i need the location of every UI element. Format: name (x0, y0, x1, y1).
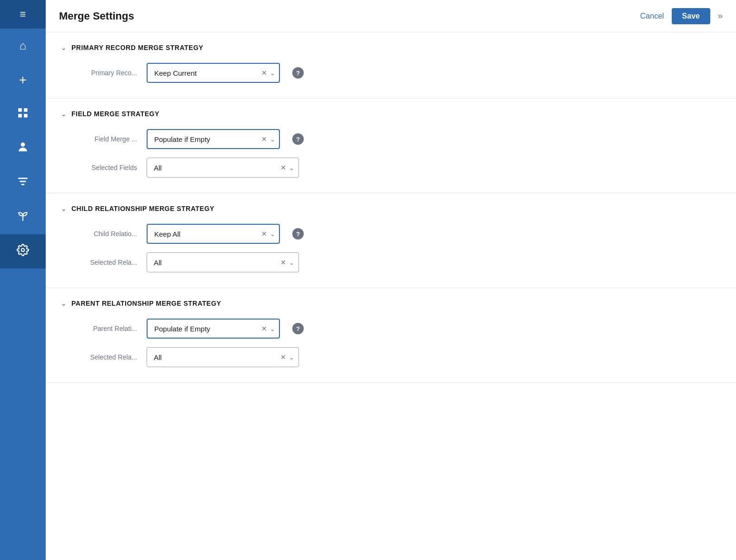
selected-rela-parent-row: Selected Rela... All ✕ ⌄ (61, 347, 721, 367)
svg-rect-2 (18, 114, 22, 118)
field-merge-section-header[interactable]: ⌄ FIELD MERGE STRATEGY (61, 110, 721, 118)
primary-record-section: ⌄ PRIMARY RECORD MERGE STRATEGY Primary … (46, 32, 736, 99)
chevron-down-icon: ⌄ (61, 110, 67, 118)
clear-icon[interactable]: ✕ (280, 353, 286, 361)
sidebar-item-home[interactable]: ⌂ (0, 29, 46, 63)
settings-icon (17, 244, 29, 259)
child-relatio-select[interactable]: Keep All (147, 224, 280, 244)
selected-rela-parent-label: Selected Rela... (61, 353, 137, 361)
sidebar-item-plant[interactable] (0, 200, 46, 234)
primary-record-section-header[interactable]: ⌄ PRIMARY RECORD MERGE STRATEGY (61, 44, 721, 51)
field-merge-strategy-row: Field Merge ... Populate if Empty ✕ ⌄ ? (61, 129, 721, 149)
child-relatio-label: Child Relatio... (61, 230, 137, 238)
header-actions: Cancel Save » (640, 8, 723, 24)
selected-rela-parent-select[interactable]: All (147, 347, 299, 367)
filter-icon (17, 175, 29, 190)
sidebar-item-filter[interactable] (0, 166, 46, 200)
svg-point-4 (21, 142, 25, 147)
selected-rela-child-row: Selected Rela... All ✕ ⌄ (61, 252, 721, 272)
sidebar-item-add[interactable]: + (0, 63, 46, 97)
selected-fields-select-wrapper: All ✕ ⌄ (147, 158, 299, 178)
primary-record-row: Primary Reco... Keep Current ✕ ⌄ ? (61, 63, 721, 83)
page-header: Merge Settings Cancel Save » (46, 0, 736, 32)
chevron-down-icon: ⌄ (61, 205, 67, 212)
selected-fields-row: Selected Fields All ✕ ⌄ (61, 158, 721, 178)
field-merge-section-title: FIELD MERGE STRATEGY (71, 110, 159, 118)
svg-rect-3 (24, 114, 28, 118)
field-merge-label: Field Merge ... (61, 135, 137, 143)
clear-icon[interactable]: ✕ (280, 259, 286, 266)
clear-icon[interactable]: ✕ (261, 325, 267, 332)
page-title: Merge Settings (59, 10, 134, 22)
clear-icon[interactable]: ✕ (261, 230, 267, 238)
selected-rela-child-select-wrapper: All ✕ ⌄ (147, 252, 299, 272)
parent-relationship-section-title: PARENT RELATIONSHIP MERGE STRATEGY (71, 300, 221, 307)
main-content: Merge Settings Cancel Save » ⌄ PRIMARY R… (46, 0, 736, 560)
child-relationship-section-header[interactable]: ⌄ CHILD RELATIONSHIP MERGE STRATEGY (61, 205, 721, 212)
child-relationship-section: ⌄ CHILD RELATIONSHIP MERGE STRATEGY Chil… (46, 193, 736, 288)
grid-icon (17, 107, 29, 122)
parent-relati-select-wrapper: Populate if Empty ✕ ⌄ (147, 319, 280, 339)
field-merge-select-wrapper: Populate if Empty ✕ ⌄ (147, 129, 280, 149)
primary-record-select-wrapper: Keep Current ✕ ⌄ (147, 63, 280, 83)
person-icon (17, 141, 29, 156)
cancel-button[interactable]: Cancel (640, 12, 664, 20)
hamburger-icon: ≡ (20, 8, 26, 20)
primary-record-section-title: PRIMARY RECORD MERGE STRATEGY (71, 44, 203, 51)
sidebar-item-grid[interactable] (0, 97, 46, 131)
expand-icon[interactable]: » (718, 11, 723, 21)
parent-relati-select[interactable]: Populate if Empty (147, 319, 280, 339)
field-merge-select[interactable]: Populate if Empty (147, 129, 280, 149)
svg-point-8 (21, 249, 25, 252)
parent-relationship-section: ⌄ PARENT RELATIONSHIP MERGE STRATEGY Par… (46, 288, 736, 383)
parent-relati-help-icon[interactable]: ? (292, 323, 304, 334)
sidebar-item-person[interactable] (0, 131, 46, 166)
hamburger-button[interactable]: ≡ (0, 0, 46, 29)
selected-rela-child-label: Selected Rela... (61, 259, 137, 266)
primary-record-label: Primary Reco... (61, 69, 137, 77)
child-relatio-help-icon[interactable]: ? (292, 228, 304, 240)
primary-record-select[interactable]: Keep Current (147, 63, 280, 83)
clear-icon[interactable]: ✕ (261, 135, 267, 143)
settings-content: ⌄ PRIMARY RECORD MERGE STRATEGY Primary … (46, 32, 736, 560)
parent-relati-label: Parent Relati... (61, 325, 137, 332)
svg-rect-0 (18, 108, 22, 112)
chevron-down-icon: ⌄ (61, 44, 67, 51)
sidebar-item-settings[interactable] (0, 234, 46, 269)
save-button[interactable]: Save (672, 8, 710, 24)
selected-fields-label: Selected Fields (61, 164, 137, 171)
add-icon: + (19, 72, 27, 88)
parent-relationship-section-header[interactable]: ⌄ PARENT RELATIONSHIP MERGE STRATEGY (61, 300, 721, 307)
selected-rela-child-select[interactable]: All (147, 252, 299, 272)
field-merge-help-icon[interactable]: ? (292, 133, 304, 145)
child-relatio-select-wrapper: Keep All ✕ ⌄ (147, 224, 280, 244)
home-icon: ⌂ (20, 39, 27, 52)
parent-relationship-strategy-row: Parent Relati... Populate if Empty ✕ ⌄ ? (61, 319, 721, 339)
primary-record-help-icon[interactable]: ? (292, 67, 304, 79)
plant-icon (17, 210, 29, 225)
sidebar: ≡ ⌂ + (0, 0, 46, 560)
selected-rela-parent-select-wrapper: All ✕ ⌄ (147, 347, 299, 367)
clear-icon[interactable]: ✕ (261, 69, 267, 77)
clear-icon[interactable]: ✕ (280, 164, 286, 171)
child-relationship-strategy-row: Child Relatio... Keep All ✕ ⌄ ? (61, 224, 721, 244)
field-merge-section: ⌄ FIELD MERGE STRATEGY Field Merge ... P… (46, 99, 736, 193)
svg-rect-1 (24, 108, 28, 112)
chevron-down-icon: ⌄ (61, 300, 67, 307)
selected-fields-select[interactable]: All (147, 158, 299, 178)
child-relationship-section-title: CHILD RELATIONSHIP MERGE STRATEGY (71, 205, 214, 212)
